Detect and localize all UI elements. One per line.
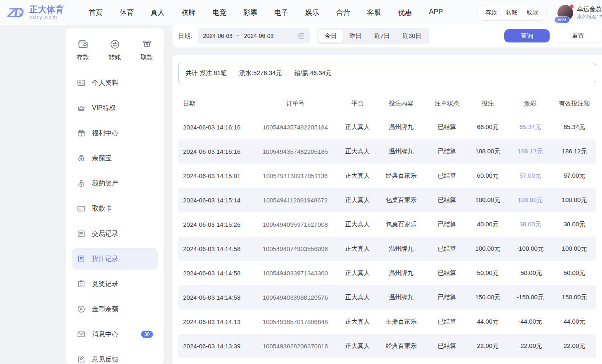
transaction-list-icon [77, 229, 86, 238]
money-pouch-icon [77, 154, 86, 163]
sidebar-menu: 个人资料 VIP特权 福利中心 余额宝 我的资产 取款卡 交易记录 投注记录 [66, 72, 164, 364]
sidebar-item-profile[interactable]: 个人资料 [72, 72, 158, 94]
payout-value: 38.00元 [508, 212, 553, 237]
summary-winloss: 输/赢:46.34元 [294, 69, 332, 77]
table-row: 2024-06-03 14:16:16 1005494357482205184 … [178, 115, 596, 139]
sidebar-item-feedback[interactable]: 意见反馈 [72, 349, 158, 364]
filter-bar: 日期: 2024-06-03 ~ 2024-06-03 今日 昨日 近7日 近3… [172, 24, 602, 47]
vip-badge: VIP3 [554, 16, 570, 23]
calendar-icon[interactable] [298, 32, 305, 40]
quick-action-deposit[interactable]: 存款 [77, 39, 89, 61]
table-row: 2024-06-03 14:14:13 1005493857017806848 … [178, 310, 596, 334]
table-header-row: 日期 订单号 平台 投注内容 注单状态 投注 派彩 有效投注额 [178, 92, 596, 115]
preset-yesterday[interactable]: 昨日 [343, 30, 368, 42]
sidebar-item-messages[interactable]: 消息中心 30 [72, 324, 158, 345]
deposit-link[interactable]: 存款 [485, 9, 497, 16]
nav-item-entertainment[interactable]: 娱乐 [305, 8, 319, 17]
logo-lens-icon [18, 10, 24, 15]
brand-logo-mark-icon: ZD [7, 5, 26, 21]
assets-icon [77, 179, 86, 188]
quick-action-transfer[interactable]: 转账 [109, 39, 121, 61]
mail-icon [77, 330, 86, 339]
brand-logo[interactable]: ZD 正大体育 zdty.com [7, 5, 64, 21]
date-range-input[interactable]: 2024-06-03 ~ 2024-06-03 [198, 28, 310, 44]
unread-count-badge: 30 [141, 331, 153, 338]
main-nav: 首页 体育 真人 棋牌 电竞 彩票 电子 娱乐 合营 客服 优惠 APP [89, 8, 443, 17]
withdraw-link[interactable]: 取款 [527, 9, 538, 16]
nav-item-lottery[interactable]: 彩票 [243, 8, 257, 17]
quick-action-withdraw[interactable]: 取款 [141, 39, 153, 61]
sidebar-item-assets[interactable]: 我的资产 [72, 173, 158, 194]
date-separator: ~ [237, 33, 240, 39]
sidebar-item-transactions[interactable]: 交易记录 [72, 223, 158, 244]
nav-item-esports[interactable]: 电竞 [212, 8, 226, 17]
id-card-icon [77, 78, 86, 87]
prize-records-icon [77, 279, 86, 289]
bet-records-icon [77, 254, 86, 263]
payout-value: 186.12元 [508, 139, 553, 164]
transfer-icon [109, 39, 120, 50]
table-row: 2024-06-03 14:16:16 1005494357482205185 … [178, 139, 596, 164]
sidebar-item-welfare[interactable]: 福利中心 [72, 122, 158, 144]
payout-value: -22.00元 [508, 334, 553, 358]
nav-item-service[interactable]: 客服 [367, 8, 381, 17]
col-status: 注单状态 [426, 92, 468, 115]
top-header: ZD 正大体育 zdty.com 首页 体育 真人 棋牌 电竞 彩票 电子 娱乐… [0, 0, 602, 26]
notification-dot [570, 5, 574, 8]
gift-icon [77, 129, 86, 138]
nav-item-partnership[interactable]: 合营 [336, 8, 350, 17]
payout-value: -44.00元 [508, 310, 553, 334]
quick-action-label: 取款 [141, 54, 153, 61]
nav-item-live[interactable]: 真人 [150, 8, 165, 17]
table-row: 2024-06-03 14:14:58 1005494074903556096 … [178, 237, 596, 261]
summary-turnover: 流水:5276.34元 [239, 69, 282, 77]
summary-total: 共计 投注:81笔 [186, 69, 227, 77]
summary-bar: 共计 投注:81笔 流水:5276.34元 输/赢:46.34元 [178, 63, 596, 83]
preset-today[interactable]: 今日 [318, 30, 343, 42]
sidebar: 存款 转账 取款 个人资料 VIP特权 福利中心 [66, 28, 164, 364]
sidebar-item-yuebao[interactable]: 余额宝 [72, 148, 158, 169]
preset-30days[interactable]: 近30日 [396, 30, 428, 42]
date-range-presets: 今日 昨日 近7日 近30日 [317, 28, 429, 44]
withdraw-icon [141, 39, 153, 50]
nav-item-app[interactable]: APP [429, 8, 443, 17]
table-row: 2024-06-03 14:14:58 1005494033971343360 … [178, 261, 596, 285]
col-content: 投注内容 [376, 92, 426, 115]
payout-value: 100.00元 [508, 188, 553, 212]
wallet-actions: 存款 转账 取款 [477, 5, 547, 21]
user-name: 幸运金总 [577, 5, 602, 13]
table-row: 2024-06-03 14:13:39 1005493828206370816 … [178, 334, 596, 358]
preset-7days[interactable]: 近7日 [368, 30, 396, 42]
bet-records-table: 日期 订单号 平台 投注内容 注单状态 投注 派彩 有效投注额 2024-06-… [178, 92, 596, 358]
table-row: 2024-06-03 14:15:01 1005494130917851136 … [178, 164, 596, 188]
col-platform: 平台 [339, 92, 376, 115]
query-button[interactable]: 查询 [504, 29, 550, 42]
sidebar-item-bet-records[interactable]: 投注记录 [72, 248, 158, 270]
brand-name: 正大体育 [29, 5, 64, 14]
nav-item-sports[interactable]: 体育 [120, 8, 134, 17]
date-label: 日期: [178, 32, 192, 40]
nav-item-slots[interactable]: 电子 [274, 8, 288, 17]
transfer-link[interactable]: 转账 [506, 9, 517, 16]
user-domain-note: 永久域名: z [577, 14, 602, 20]
coin-icon [77, 305, 86, 314]
table-row: 2024-06-03 14:15:26 1005494095971627008 … [178, 212, 596, 237]
col-order: 订单号 [252, 92, 339, 115]
bank-card-icon [77, 204, 86, 213]
date-to[interactable]: 2024-06-03 [244, 33, 274, 39]
quick-action-label: 存款 [77, 54, 89, 61]
nav-item-home[interactable]: 首页 [89, 8, 103, 17]
reset-button[interactable]: 重置 [555, 29, 601, 42]
user-account[interactable]: VIP3 幸运金总 永久域名: z [557, 5, 602, 21]
sidebar-item-withdraw-card[interactable]: 取款卡 [72, 198, 158, 219]
table-row: 2024-06-03 14:14:58 1005494033988120576 … [178, 285, 596, 310]
nav-item-boardgames[interactable]: 棋牌 [181, 8, 195, 17]
nav-item-promo[interactable]: 优惠 [398, 8, 412, 17]
deposit-wallet-icon [78, 39, 89, 50]
sidebar-item-coin-balance[interactable]: 金币余额 [72, 298, 158, 320]
payout-value: -100.00元 [508, 237, 553, 261]
sidebar-item-prize-records[interactable]: 兑奖记录 [72, 273, 158, 295]
sidebar-item-vip[interactable]: VIP特权 [72, 97, 158, 119]
quick-action-label: 转账 [109, 54, 121, 61]
date-from[interactable]: 2024-06-03 [203, 33, 233, 39]
